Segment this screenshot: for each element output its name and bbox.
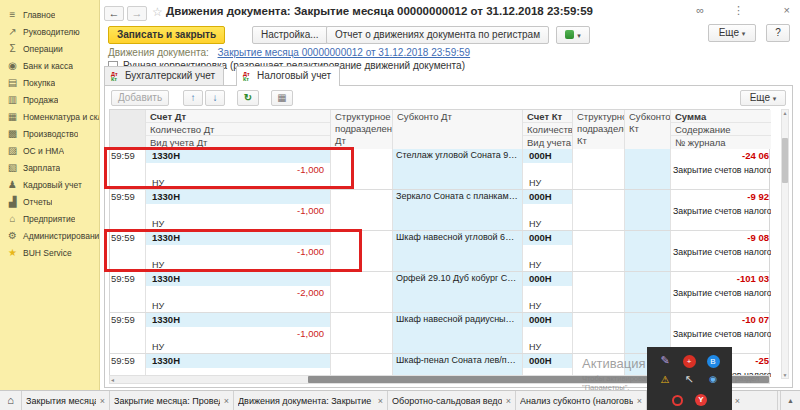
sidebar-item-label: Операции: [20, 44, 63, 54]
taskbar-tab[interactable]: Оборотно-сальдовая ведомость за 201...×: [388, 391, 516, 410]
taskbar-tab[interactable]: Закрытие месяца: Проведен×: [110, 391, 234, 410]
sidebar-item-Банк и касса[interactable]: ◉Банк и касса: [0, 57, 99, 74]
header-struct-kt[interactable]: Структурное подразделени Кт: [573, 110, 625, 149]
get-link-icon[interactable]: ∞: [696, 4, 704, 16]
sidebar-item-label: Производство: [20, 129, 78, 139]
header-period[interactable]: [110, 110, 146, 149]
vertical-scrollbar[interactable]: ▲ ▼: [781, 109, 789, 379]
sidebar-item-Администрирование[interactable]: ⚙Администрирование: [0, 227, 99, 244]
close-tab-icon[interactable]: ×: [100, 396, 105, 406]
bank-icon: ◉: [5, 61, 20, 71]
sidebar-item-label: Администрирование: [20, 231, 99, 241]
cell-subconto-dt: Шкаф-пенал Соната лев/прав 450*580: [393, 354, 522, 366]
sidebar-item-Отчеты[interactable]: ▟Отчеты: [0, 193, 99, 210]
header-subconto-dt[interactable]: Субконто Дт: [393, 110, 523, 149]
close-tab-icon[interactable]: ×: [637, 396, 642, 406]
cell-content: Закрытие счетов налогового: [671, 245, 771, 259]
tab-tax-accounting[interactable]: ДтКтНалоговый учет: [236, 66, 340, 86]
cell-qty-dt: -1,000: [146, 204, 330, 218]
taskbar-tab[interactable]: Анализ субконто (налоговый учет) за 20..…: [516, 391, 647, 410]
feather-icon[interactable]: ✎: [653, 351, 677, 370]
sidebar-item-Номенклатура и склад[interactable]: ▦Номенклатура и склад: [0, 108, 99, 125]
sidebar-item-Руководителю[interactable]: ↗Руководителю: [0, 23, 99, 40]
pin-icon[interactable]: ◉: [701, 370, 725, 389]
cell-kind-kt: НУ: [523, 300, 572, 312]
taskbar-tab[interactable]: Движения документа: Закрытие месяца ...×: [234, 391, 388, 410]
forward-button[interactable]: →: [127, 6, 147, 21]
bluetooth-icon[interactable]: B: [701, 351, 725, 370]
tab-accounting[interactable]: ДтКтБухгалтерский учет: [104, 66, 224, 85]
sidebar-item-Производство[interactable]: ▩Производство: [0, 125, 99, 142]
grid-more-button[interactable]: Еще ▾: [740, 90, 786, 106]
document-link[interactable]: Закрытие месяца 00000000012 от 31.12.201…: [218, 47, 471, 58]
more-button[interactable]: Еще ▾: [708, 24, 756, 42]
close-window-icon[interactable]: ×: [784, 4, 790, 16]
save-and-close-button[interactable]: Записать и закрыть: [108, 26, 225, 44]
annotation-rectangle-2: [104, 229, 362, 272]
register-report-button[interactable]: Отчет о движениях документа по регистрам: [326, 26, 549, 44]
taskbar-up-arrow[interactable]: ▲: [780, 391, 800, 410]
close-tab-icon[interactable]: ×: [735, 396, 740, 406]
header-subconto-kt[interactable]: Субконто Кт: [625, 110, 671, 149]
cell-account-dt: 1330Н: [146, 354, 330, 368]
report-split-button[interactable]: ▾: [556, 26, 590, 44]
sidebar-item-label: Банк и касса: [20, 61, 73, 71]
taskbar-tab-label: Закрытие месяца: Проведен: [114, 396, 220, 406]
sidebar-item-Покупка[interactable]: ▤Покупка: [0, 74, 99, 91]
close-tab-icon[interactable]: ×: [506, 396, 511, 406]
home-icon[interactable]: ⌂: [0, 391, 22, 410]
vertical-scrollbar-thumb[interactable]: [782, 138, 788, 183]
opera-icon[interactable]: [672, 395, 683, 406]
sidebar-item-Продажа[interactable]: ▥Продажа: [0, 91, 99, 108]
sidebar-item-Предприятие[interactable]: ⌂Предприятие: [0, 210, 99, 227]
cell-period: 59:59: [110, 190, 145, 204]
close-tab-icon[interactable]: ×: [378, 396, 383, 406]
sidebar-item-Кадровый учет[interactable]: ♟Кадровый учет: [0, 176, 99, 193]
favorite-star-icon[interactable]: ☆: [152, 5, 163, 19]
cell-kind-dt: НУ: [146, 300, 330, 312]
settings-button[interactable]: Настройка...: [252, 26, 328, 44]
taskbar-tab-label: Движения документа: Закрытие месяца ...: [238, 396, 374, 406]
refresh-button[interactable]: ↻: [237, 90, 259, 106]
header-account-dt[interactable]: Счет ДтКоличество ДтВид учета Дт: [146, 110, 331, 149]
move-up-button[interactable]: ↑: [183, 90, 203, 106]
help-button[interactable]: ?: [766, 24, 790, 42]
table-row[interactable]: 59:591330Н-2,000НУОрфей 29.10 Дуб кобург…: [110, 272, 769, 313]
reports-icon: ▟: [5, 197, 20, 207]
header-account-kt[interactable]: Счет КтКоличеств...Вид учета Кт: [523, 110, 573, 149]
cell-subconto-dt: Шкаф навесной радиусный 32х72: [393, 313, 522, 325]
annotation-rectangle-1: [104, 147, 354, 189]
cursor-icon[interactable]: ↖: [677, 370, 701, 389]
sidebar-item-BUH Service[interactable]: ★BUH Service: [0, 244, 99, 261]
sidebar-item-ОС и НМА[interactable]: ▨ОС и НМА: [0, 142, 99, 159]
sidebar-item-label: Главное: [20, 10, 55, 20]
taskbar-tab[interactable]: Закрытия месяца×: [22, 391, 110, 410]
sidebar-item-Зарплата[interactable]: ▧Зарплата: [0, 159, 99, 176]
more-dots-icon[interactable]: ⋮: [733, 4, 744, 17]
security-shield-icon[interactable]: ⚠: [653, 370, 677, 389]
sidebar-item-label: Кадровый учет: [20, 180, 82, 190]
cell-content: Закрытие счетов налогового: [671, 163, 771, 177]
gear-icon: ⚙: [5, 231, 20, 241]
capture-icon[interactable]: +: [677, 351, 701, 370]
cell-kind-kt: НУ: [523, 177, 572, 189]
cell-account-dt: 1330Н: [146, 190, 330, 204]
report-green-icon: [565, 30, 574, 39]
back-button[interactable]: ←: [104, 6, 124, 21]
cell-account-dt: 1330Н: [146, 313, 330, 327]
table-row[interactable]: 59:591330Н-1,000НУЗеркало Соната с планк…: [110, 190, 769, 231]
cell-sum: -9 08: [671, 231, 771, 245]
sidebar-item-Главное[interactable]: ≡Главное: [0, 6, 99, 23]
cell-account-kt: 000Н: [523, 272, 572, 286]
close-tab-icon[interactable]: ×: [224, 396, 229, 406]
add-row-button[interactable]: Добавить: [111, 90, 169, 106]
header-sum[interactable]: СуммаСодержание№ журнала: [671, 110, 771, 149]
grid-settings-button[interactable]: ▦: [271, 90, 293, 106]
cell-qty-dt: -2,000: [146, 286, 330, 300]
sidebar-item-label: BUH Service: [20, 248, 72, 258]
yandex-icon[interactable]: Y: [695, 394, 707, 406]
cell-sum: -101 03: [671, 272, 771, 286]
header-struct-dt[interactable]: Структурное подразделение Дт: [331, 110, 393, 149]
sidebar-item-Операции[interactable]: ΣОперации: [0, 40, 99, 57]
move-down-button[interactable]: ↓: [205, 90, 225, 106]
